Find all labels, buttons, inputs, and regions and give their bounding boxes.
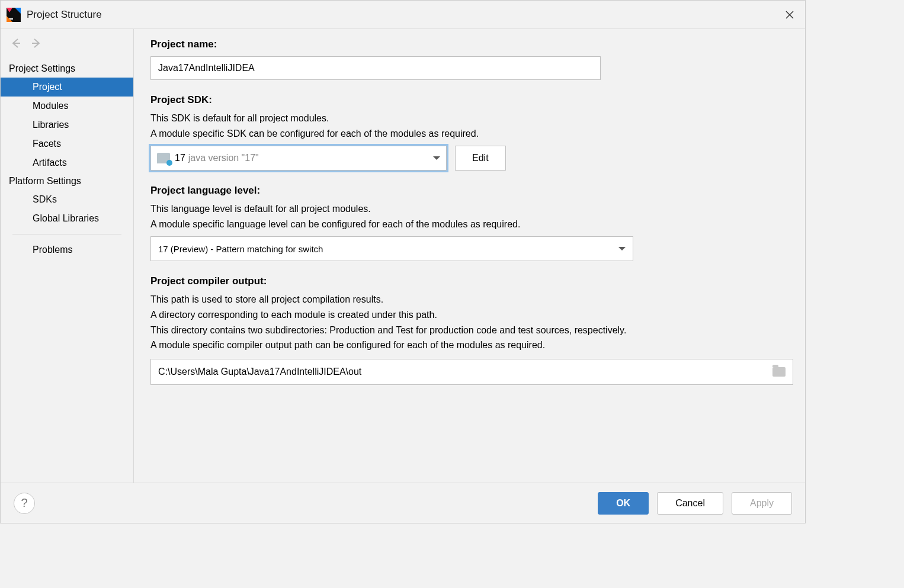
compiler-output-label: Project compiler output: bbox=[150, 275, 788, 287]
compiler-output-field bbox=[150, 359, 793, 385]
project-name-input[interactable] bbox=[150, 56, 601, 80]
sidebar: Project Settings Project Modules Librari… bbox=[1, 29, 134, 483]
project-structure-dialog: Project Structure Project Settings Proje… bbox=[0, 0, 806, 523]
project-name-label: Project name: bbox=[150, 38, 788, 50]
close-icon bbox=[786, 11, 794, 19]
cancel-button[interactable]: Cancel bbox=[657, 492, 723, 515]
footer-buttons: OK Cancel Apply bbox=[598, 492, 792, 515]
language-level-selected: 17 (Preview) - Pattern matching for swit… bbox=[158, 244, 323, 254]
language-level-label: Project language level: bbox=[150, 185, 788, 197]
dialog-body: Project Settings Project Modules Librari… bbox=[1, 29, 805, 483]
compiler-description-1: This path is used to store all project c… bbox=[150, 292, 788, 307]
sidebar-item-global-libraries[interactable]: Global Libraries bbox=[1, 209, 133, 228]
content-pane: Project name: Project SDK: This SDK is d… bbox=[134, 29, 805, 483]
nav-arrows bbox=[1, 36, 133, 60]
sdk-description-1: This SDK is default for all project modu… bbox=[150, 111, 788, 126]
sdk-selected-prefix: 17 bbox=[175, 153, 185, 163]
sidebar-section-project-settings: Project Settings bbox=[1, 60, 133, 78]
lang-description-2: A module specific language level can be … bbox=[150, 217, 788, 232]
chevron-down-icon bbox=[618, 247, 626, 250]
lang-description-1: This language level is default for all p… bbox=[150, 201, 788, 217]
ok-button[interactable]: OK bbox=[598, 492, 649, 515]
arrow-right-icon bbox=[30, 37, 42, 49]
sidebar-item-problems[interactable]: Problems bbox=[1, 240, 133, 259]
sidebar-divider bbox=[12, 234, 121, 234]
sidebar-item-artifacts[interactable]: Artifacts bbox=[1, 153, 133, 172]
project-sdk-combobox[interactable]: 17 java version "17" bbox=[150, 146, 447, 171]
sidebar-item-facets[interactable]: Facets bbox=[1, 134, 133, 153]
language-level-combobox[interactable]: 17 (Preview) - Pattern matching for swit… bbox=[150, 236, 633, 261]
sidebar-item-modules[interactable]: Modules bbox=[1, 97, 133, 115]
compiler-description-3: This directory contains two subdirectori… bbox=[150, 323, 788, 338]
close-button[interactable] bbox=[780, 5, 799, 24]
titlebar: Project Structure bbox=[1, 1, 805, 29]
apply-button[interactable]: Apply bbox=[732, 492, 792, 515]
sdk-selected-suffix: java version "17" bbox=[188, 153, 259, 163]
project-sdk-label: Project SDK: bbox=[150, 94, 788, 106]
nav-back-button[interactable] bbox=[9, 36, 23, 50]
compiler-output-input[interactable] bbox=[158, 367, 767, 377]
sidebar-item-sdks[interactable]: SDKs bbox=[1, 190, 133, 209]
sidebar-item-libraries[interactable]: Libraries bbox=[1, 115, 133, 134]
sdk-description-2: A module specific SDK can be configured … bbox=[150, 126, 788, 142]
intellij-idea-icon bbox=[7, 8, 21, 22]
dialog-footer: ? OK Cancel Apply bbox=[1, 483, 805, 523]
sidebar-section-platform-settings: Platform Settings bbox=[1, 172, 133, 190]
edit-sdk-button[interactable]: Edit bbox=[455, 146, 506, 171]
arrow-left-icon bbox=[10, 37, 22, 49]
dialog-title: Project Structure bbox=[27, 9, 102, 21]
sidebar-item-project[interactable]: Project bbox=[1, 78, 133, 97]
compiler-description-4: A module specific compiler output path c… bbox=[150, 338, 788, 353]
browse-folder-button[interactable] bbox=[772, 367, 786, 377]
jdk-icon bbox=[157, 153, 170, 163]
nav-forward-button[interactable] bbox=[29, 36, 43, 50]
help-button[interactable]: ? bbox=[14, 493, 35, 514]
chevron-down-icon bbox=[433, 156, 440, 160]
compiler-description-2: A directory corresponding to each module… bbox=[150, 307, 788, 323]
